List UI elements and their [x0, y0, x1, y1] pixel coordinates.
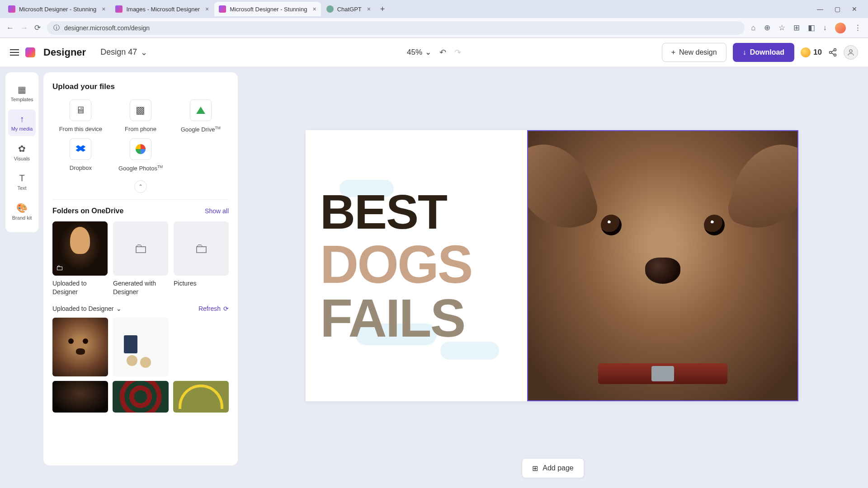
- credits-display[interactable]: 10: [801, 47, 822, 57]
- install-app-icon[interactable]: ⌂: [751, 23, 755, 33]
- rail-templates[interactable]: ▦ Templates: [8, 80, 36, 107]
- media-item-dartboard[interactable]: [113, 381, 168, 413]
- refresh-label: Refresh: [198, 305, 221, 312]
- redo-button[interactable]: ↷: [454, 47, 461, 57]
- tab-favicon: [115, 5, 123, 13]
- upload-dropbox[interactable]: Dropbox: [52, 138, 109, 172]
- maximize-button[interactable]: ▢: [833, 5, 842, 13]
- download-label: Download: [750, 48, 784, 56]
- upload-label: Dropbox: [70, 164, 92, 171]
- upload-label: Google DriveTM: [181, 126, 221, 133]
- rail-label: Brand kit: [12, 215, 32, 221]
- folder-pictures[interactable]: 🗀 Pictures: [174, 221, 229, 296]
- qr-icon: ▩: [136, 104, 145, 116]
- selected-image-dog[interactable]: [527, 130, 798, 401]
- site-info-icon[interactable]: ⓘ: [53, 24, 60, 32]
- rail-text[interactable]: T Text: [8, 169, 36, 195]
- add-page-button[interactable]: ⊞ Add page: [522, 458, 584, 478]
- back-button[interactable]: ←: [6, 23, 14, 33]
- media-item-objects[interactable]: [113, 318, 168, 376]
- upload-label: Google PhotosTM: [118, 164, 163, 172]
- browser-tab-active[interactable]: Microsoft Designer - Stunning ×: [214, 2, 321, 16]
- browser-tab[interactable]: Images - Microsoft Designer ×: [111, 2, 213, 16]
- svg-point-1: [830, 51, 832, 53]
- rail-brand-kit[interactable]: 🎨 Brand kit: [8, 198, 36, 225]
- bookmark-icon[interactable]: ☆: [778, 23, 785, 33]
- app-name: Designer: [43, 47, 86, 58]
- upload-from-phone[interactable]: ▩ From phone: [113, 99, 169, 133]
- folder-uploaded[interactable]: 🗀 Uploaded to Designer: [52, 221, 108, 296]
- headline-text-block[interactable]: BEST DOGS FAILS: [320, 188, 472, 345]
- download-icon: ↓: [743, 48, 746, 56]
- rail-my-media[interactable]: ↑ My media: [8, 109, 36, 136]
- media-item-dog[interactable]: [52, 318, 108, 376]
- tab-favicon: [326, 5, 334, 13]
- media-item-arch[interactable]: [173, 381, 229, 413]
- downloads-icon[interactable]: ↓: [823, 23, 827, 33]
- close-icon[interactable]: ×: [102, 5, 105, 13]
- artboard[interactable]: BEST DOGS FAILS: [306, 130, 798, 401]
- visuals-icon: ✿: [18, 143, 26, 154]
- close-icon[interactable]: ×: [367, 5, 371, 13]
- upload-google-photos[interactable]: Google PhotosTM: [113, 138, 169, 172]
- undo-button[interactable]: ↶: [439, 47, 446, 57]
- upload-icon: ↑: [20, 114, 24, 124]
- upload-from-device[interactable]: 🖥 From this device: [52, 99, 109, 133]
- close-icon[interactable]: ×: [312, 5, 316, 13]
- user-avatar[interactable]: [844, 45, 858, 60]
- text-icon: T: [19, 173, 24, 183]
- new-tab-button[interactable]: +: [376, 3, 389, 15]
- upload-title: Upload your files: [52, 82, 229, 91]
- close-window-button[interactable]: ✕: [850, 5, 859, 13]
- upload-google-drive[interactable]: Google DriveTM: [172, 99, 229, 133]
- folder-label: Uploaded to Designer: [52, 279, 108, 296]
- rail-label: Text: [17, 185, 26, 191]
- app-header: Designer Design 47 ⌄ 45% ⌄ ↶ ↷ + New des…: [0, 38, 868, 67]
- zoom-icon[interactable]: ⊕: [764, 23, 770, 33]
- credits-value: 10: [813, 48, 822, 57]
- folder-icon: 🗀: [194, 241, 208, 256]
- refresh-button[interactable]: Refresh ⟳: [198, 305, 229, 312]
- address-bar[interactable]: ⓘ designer.microsoft.com/design: [47, 21, 745, 35]
- tab-title: ChatGPT: [337, 6, 362, 13]
- svg-point-3: [849, 50, 852, 52]
- canvas-area[interactable]: BEST DOGS FAILS ⊞ Add page: [238, 67, 868, 488]
- browser-menu-icon[interactable]: ⋮: [854, 23, 862, 33]
- uploaded-dropdown[interactable]: Uploaded to Designer ⌄: [52, 305, 122, 312]
- tab-favicon: [8, 5, 15, 13]
- browser-toolbar: ← → ⟳ ⓘ designer.microsoft.com/design ⌂ …: [0, 18, 868, 38]
- rail-label: My media: [11, 126, 33, 131]
- upload-label: From this device: [59, 126, 102, 132]
- profile-avatar[interactable]: [835, 23, 846, 33]
- tab-title: Microsoft Designer - Stunning: [230, 6, 307, 13]
- show-all-link[interactable]: Show all: [205, 207, 229, 215]
- folder-generated[interactable]: 🗀 Generated with Designer: [113, 221, 168, 296]
- media-item-person[interactable]: [52, 381, 108, 413]
- chevron-down-icon: ⌄: [141, 47, 147, 57]
- folder-label: Generated with Designer: [113, 279, 168, 296]
- url-text: designer.microsoft.com/design: [64, 24, 150, 32]
- close-icon[interactable]: ×: [205, 5, 209, 13]
- tab-title: Microsoft Designer - Stunning: [19, 6, 96, 13]
- minimize-button[interactable]: —: [816, 5, 825, 13]
- new-design-button[interactable]: + New design: [662, 43, 726, 62]
- text-line-1: BEST: [320, 188, 472, 236]
- design-title-dropdown[interactable]: Design 47 ⌄: [100, 47, 147, 57]
- extensions-icon[interactable]: ⊞: [793, 23, 800, 33]
- folder-icon: 🗀: [56, 264, 63, 272]
- refresh-icon: ⟳: [223, 305, 229, 312]
- zoom-dropdown[interactable]: 45% ⌄: [407, 47, 431, 57]
- reload-button[interactable]: ⟳: [34, 23, 41, 33]
- side-panel-icon[interactable]: ◧: [808, 23, 815, 33]
- browser-tab[interactable]: Microsoft Designer - Stunning ×: [4, 2, 110, 16]
- rail-visuals[interactable]: ✿ Visuals: [8, 139, 36, 166]
- zoom-value: 45%: [407, 48, 422, 57]
- chevron-down-icon: ⌄: [425, 47, 431, 57]
- browser-tab[interactable]: ChatGPT ×: [322, 2, 375, 16]
- tab-title: Images - Microsoft Designer: [126, 6, 200, 13]
- download-button[interactable]: ↓ Download: [733, 43, 794, 62]
- collapse-upload-button[interactable]: ⌃: [134, 180, 147, 193]
- menu-button[interactable]: [10, 49, 19, 56]
- share-icon[interactable]: [828, 48, 837, 57]
- forward-button[interactable]: →: [20, 23, 28, 33]
